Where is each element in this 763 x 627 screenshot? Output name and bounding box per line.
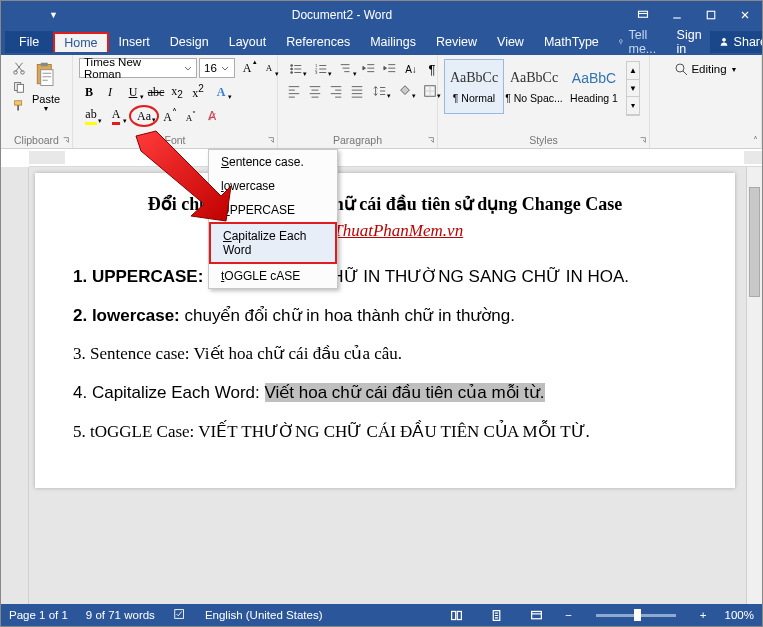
svg-rect-10 (15, 101, 22, 105)
tab-file[interactable]: File (5, 31, 53, 53)
tab-view[interactable]: View (487, 31, 534, 53)
tab-mathtype[interactable]: MathType (534, 31, 609, 53)
style-no-spacing[interactable]: AaBbCc ¶ No Spac... (504, 59, 564, 114)
justify-button[interactable] (347, 81, 367, 101)
underline-button[interactable]: U▾ (121, 82, 145, 102)
bold-button[interactable]: B (79, 82, 99, 102)
group-label-styles: Styles (438, 133, 649, 148)
cut-icon[interactable] (10, 60, 28, 76)
style-heading1[interactable]: AaBbC Heading 1 (564, 59, 624, 114)
highlight-button[interactable]: ab▾ (79, 106, 103, 126)
doc-link: ThuThuatPhanMem.vn (73, 221, 697, 241)
font-name-combo[interactable]: Times New Roman (79, 58, 197, 78)
italic-button[interactable]: I (100, 82, 120, 102)
zoom-slider[interactable] (596, 614, 676, 617)
clear-formatting-icon[interactable]: A̷ (202, 106, 222, 126)
status-page[interactable]: Page 1 of 1 (9, 609, 68, 621)
svg-point-4 (619, 40, 622, 43)
svg-rect-24 (451, 611, 455, 619)
svg-point-21 (676, 64, 684, 72)
align-right-button[interactable] (326, 81, 346, 101)
share-button[interactable]: Share (710, 31, 763, 53)
tab-mailings[interactable]: Mailings (360, 31, 426, 53)
svg-point-16 (290, 71, 293, 74)
superscript-button[interactable]: x2 (188, 82, 208, 102)
increase-indent-button[interactable] (380, 59, 400, 79)
status-proofing-icon[interactable] (173, 607, 187, 623)
subscript-button[interactable]: x2 (167, 82, 187, 102)
font-size-combo[interactable]: 16 (199, 58, 235, 78)
status-language[interactable]: English (United States) (205, 609, 323, 621)
group-clipboard: Paste ▼ Clipboard (1, 55, 73, 148)
change-case-menu: Sentence case. lowercase UPPERCASE Capit… (208, 149, 338, 289)
zoom-out-icon[interactable]: − (565, 609, 572, 621)
doc-para-3: 3. Sentence case: Viết hoa chữ cái đầu c… (73, 342, 697, 367)
tab-layout[interactable]: Layout (219, 31, 277, 53)
grow-font2-icon[interactable]: A˄ (160, 106, 180, 126)
document-area: Đổi chữ thường thành chữ cái đầu tiên sử… (1, 167, 762, 606)
numbering-button[interactable]: 123▾ (309, 59, 333, 79)
svg-rect-9 (17, 84, 23, 92)
editing-dropdown[interactable]: Editing▼ (665, 57, 745, 81)
group-label-font: Font (73, 133, 277, 148)
zoom-level[interactable]: 100% (725, 609, 754, 621)
ribbon-tabs: File Home Insert Design Layout Reference… (1, 29, 762, 55)
shrink-font-icon[interactable]: A▾ (259, 58, 279, 78)
strikethrough-button[interactable]: abc (146, 82, 166, 102)
group-editing: Editing▼ (650, 55, 762, 148)
sort-button[interactable]: A↓ (401, 59, 421, 79)
decrease-indent-button[interactable] (359, 59, 379, 79)
zoom-in-icon[interactable]: + (700, 609, 707, 621)
view-print-icon[interactable] (485, 604, 507, 626)
menu-lowercase[interactable]: lowercase (209, 174, 337, 198)
close-icon[interactable] (728, 1, 762, 29)
doc-para-4: 4. Capitalize Each Word: Viết hoa chữ cá… (73, 381, 697, 406)
doc-para-2: 2. lowercase: chuyển đổi chữ in hoa thàn… (73, 304, 697, 329)
view-web-icon[interactable] (525, 604, 547, 626)
svg-rect-2 (639, 11, 648, 17)
vertical-ruler[interactable] (1, 167, 29, 606)
tab-review[interactable]: Review (426, 31, 487, 53)
menu-sentence-case[interactable]: Sentence case. (209, 150, 337, 174)
align-left-button[interactable] (284, 81, 304, 101)
svg-text:3: 3 (315, 70, 318, 75)
tab-references[interactable]: References (276, 31, 360, 53)
menu-uppercase[interactable]: UPPERCASE (209, 198, 337, 222)
shading-button[interactable]: ▾ (393, 81, 417, 101)
menu-capitalize-each-word[interactable]: Capitalize Each Word (209, 222, 337, 264)
qat-customize-icon[interactable]: ▼ (49, 10, 58, 20)
status-words[interactable]: 9 of 71 words (86, 609, 155, 621)
line-spacing-button[interactable]: ▾ (368, 81, 392, 101)
horizontal-ruler[interactable] (29, 149, 762, 167)
bullets-button[interactable]: ▾ (284, 59, 308, 79)
grow-font-icon[interactable]: A▴ (237, 58, 257, 78)
doc-para-5: 5. tOGGLE Case: VIẾT THƯỜNG CHỮ CÁI ĐẦU … (73, 420, 697, 445)
group-font: Times New Roman 16 A▴ A▾ B I U▾ abc x2 x… (73, 55, 278, 148)
text-effects-button[interactable]: A▾ (209, 82, 233, 102)
style-normal[interactable]: AaBbCc ¶ Normal (444, 59, 504, 114)
view-read-icon[interactable] (445, 604, 467, 626)
tab-insert[interactable]: Insert (109, 31, 160, 53)
shrink-font2-icon[interactable]: A˅ (181, 106, 201, 126)
tab-design[interactable]: Design (160, 31, 219, 53)
svg-point-15 (290, 68, 293, 71)
multilevel-list-button[interactable]: ▾ (334, 59, 358, 79)
copy-icon[interactable] (10, 79, 28, 95)
align-center-button[interactable] (305, 81, 325, 101)
vertical-scrollbar[interactable] (746, 167, 762, 606)
svg-rect-13 (41, 70, 53, 86)
paste-button[interactable]: Paste ▼ (28, 57, 64, 112)
ribbon: Paste ▼ Clipboard Times New Roman 16 A▴ … (1, 55, 762, 149)
svg-rect-3 (707, 11, 715, 19)
format-painter-icon[interactable] (10, 98, 28, 114)
tab-home[interactable]: Home (53, 32, 108, 52)
font-color-button[interactable]: A▾ (104, 106, 128, 126)
doc-heading: Đổi chữ thường thành chữ cái đầu tiên sử… (73, 193, 697, 215)
menu-toggle-case[interactable]: tOGGLE cASE (209, 264, 337, 288)
svg-point-5 (722, 38, 725, 41)
page[interactable]: Đổi chữ thường thành chữ cái đầu tiên sử… (35, 173, 735, 488)
change-case-button[interactable]: Aa▾ (129, 105, 159, 127)
collapse-ribbon-icon[interactable]: ˄ (753, 135, 758, 146)
styles-scroll[interactable]: ▲▼▾ (626, 61, 640, 116)
svg-rect-12 (41, 63, 48, 67)
